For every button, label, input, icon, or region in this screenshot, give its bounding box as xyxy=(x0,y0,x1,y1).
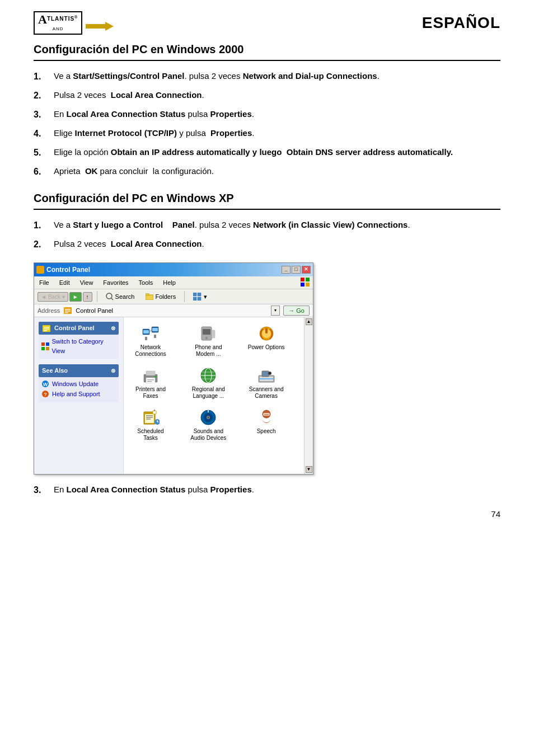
maximize-button[interactable]: □ xyxy=(292,266,301,274)
svg-rect-3 xyxy=(301,283,305,287)
menu-tools[interactable]: Tools xyxy=(137,278,155,288)
toolbar-separator-2 xyxy=(184,291,185,302)
network-connections-icon[interactable]: NetworkConnections xyxy=(128,322,173,360)
scheduled-tasks-icon[interactable]: ScheduledTasks xyxy=(128,406,173,444)
svg-line-6 xyxy=(111,298,113,300)
speech-icon[interactable]: Speech xyxy=(244,406,289,444)
sidebar-control-panel-section: Control Panel ⊗ xyxy=(39,322,119,359)
scroll-down-button[interactable]: ▼ xyxy=(306,466,312,473)
svg-rect-2 xyxy=(306,278,310,281)
printers-faxes-icon[interactable]: Printers andFaxes xyxy=(128,364,173,402)
svg-rect-20 xyxy=(44,330,47,331)
svg-marker-0 xyxy=(86,22,114,31)
see-also-collapse-btn[interactable]: ⊗ xyxy=(111,367,115,375)
svg-rect-58 xyxy=(263,372,268,376)
logo-arrow-icon xyxy=(86,21,114,31)
category-view-icon xyxy=(41,342,49,350)
window-body: Control Panel ⊗ xyxy=(34,317,313,474)
page-header: A TLANTIS® AND ESPAÑOL xyxy=(34,11,500,35)
svg-rect-32 xyxy=(152,328,158,331)
svg-rect-10 xyxy=(198,293,201,296)
sidebar-collapse-btn[interactable]: ⊗ xyxy=(111,324,115,332)
scrollbar[interactable]: ▲ ▼ xyxy=(304,317,313,474)
control-panel-screenshot: Control Panel _ □ ✕ File Edit View Favor… xyxy=(34,262,313,475)
control-panel-sidebar: Control Panel ⊗ xyxy=(34,317,124,474)
sidebar-cp-title: Control Panel xyxy=(42,323,95,333)
scanner-svg xyxy=(257,367,275,384)
phone-modem-icon[interactable]: Phone andModem ... xyxy=(186,322,231,360)
close-button[interactable]: ✕ xyxy=(302,266,311,274)
section-win2000-title: Configuración del PC en Windows 2000 xyxy=(34,41,500,61)
window-toolbar: ◄ Back ▾ ► ↑ Search Folders ▾ xyxy=(34,289,313,304)
speech-img-icon xyxy=(257,408,275,426)
switch-view-label: Switch to Category View xyxy=(52,337,116,355)
scroll-up-button[interactable]: ▲ xyxy=(306,318,312,325)
regional-language-label: Regional andLanguage ... xyxy=(192,386,225,400)
power-options-label: Power Options xyxy=(248,344,285,351)
regional-svg xyxy=(199,367,217,384)
scanners-cameras-icon[interactable]: Scanners andCameras xyxy=(244,364,289,402)
xp-step-1-num: 1. xyxy=(34,219,51,232)
win2000-steps: 1. Ve a Start/Settings/Control Panel. pu… xyxy=(34,70,500,179)
regional-icon xyxy=(199,367,217,384)
network-icon xyxy=(142,325,160,342)
logo-box: A TLANTIS® AND xyxy=(34,11,82,35)
forward-button[interactable]: ► xyxy=(69,292,82,302)
step-6-text: Aprieta OK para concluir la configuració… xyxy=(54,165,214,178)
step-1: 1. Ve a Start/Settings/Control Panel. pu… xyxy=(34,70,500,83)
step-2: 2. Pulsa 2 veces Local Area Connection. xyxy=(34,89,500,102)
minimize-button[interactable]: _ xyxy=(282,266,291,274)
menu-view[interactable]: View xyxy=(78,278,95,288)
switch-view-icon xyxy=(41,342,50,351)
window-controls[interactable]: _ □ ✕ xyxy=(282,266,311,274)
menu-help[interactable]: Help xyxy=(161,278,177,288)
address-value: Control Panel xyxy=(76,306,113,316)
speech-svg xyxy=(257,408,275,426)
back-button[interactable]: ◄ Back ▾ xyxy=(38,292,68,302)
folders-button[interactable]: Folders xyxy=(142,292,180,302)
svg-rect-19 xyxy=(44,328,49,330)
scheduled-tasks-label: ScheduledTasks xyxy=(137,428,163,442)
go-button[interactable]: → Go xyxy=(283,306,310,316)
printer-svg xyxy=(142,367,160,384)
menu-favorites[interactable]: Favorites xyxy=(101,278,130,288)
logo-tlantis: TLANTIS® xyxy=(47,15,78,22)
xp-step-2: 2. Pulsa 2 veces Local Area Connection. xyxy=(34,238,500,251)
tasks-icon xyxy=(142,408,160,426)
network-svg xyxy=(142,325,160,342)
scanner-icon xyxy=(257,367,275,384)
power-options-icon[interactable]: Power Options xyxy=(244,322,289,360)
icons-grid: NetworkConnections Phone andModem ... xyxy=(128,322,299,444)
help-support-icon: ? xyxy=(41,389,50,398)
sounds-audio-icon[interactable]: Sounds andAudio Devices xyxy=(186,406,231,444)
windows-update-label: Windows Update xyxy=(52,379,99,389)
switch-view-link[interactable]: Switch to Category View xyxy=(41,337,116,355)
help-support-link[interactable]: ? Help and Support xyxy=(41,389,116,399)
update-icon: W xyxy=(41,380,49,388)
menu-file[interactable]: File xyxy=(38,278,51,288)
regional-language-icon[interactable]: Regional andLanguage ... xyxy=(186,364,231,402)
sidebar-cp-icon xyxy=(42,324,51,333)
windows-update-icon: W xyxy=(41,379,50,388)
sounds-svg xyxy=(199,408,217,426)
view-button[interactable]: ▾ xyxy=(189,291,211,302)
step-3: 3. En Local Area Connection Status pulsa… xyxy=(34,108,500,121)
svg-rect-37 xyxy=(203,329,210,335)
see-also-content: W Windows Update ? Help and Support xyxy=(39,377,119,402)
step-1-num: 1. xyxy=(34,70,51,83)
up-button[interactable]: ↑ xyxy=(83,292,92,302)
windows-update-link[interactable]: W Windows Update xyxy=(41,379,116,389)
xp-step-1-text: Ve a Start y luego a Control Panel. puls… xyxy=(54,219,410,232)
address-dropdown[interactable]: ▾ xyxy=(271,306,280,316)
menu-edit[interactable]: Edit xyxy=(58,278,72,288)
svg-rect-15 xyxy=(65,311,71,312)
svg-rect-34 xyxy=(145,337,147,340)
winxp-steps-after-img: 3. En Local Area Connection Status pulsa… xyxy=(34,483,500,497)
svg-rect-44 xyxy=(146,371,155,375)
search-button[interactable]: Search xyxy=(102,291,139,302)
sidebar-cp-content: Switch to Category View xyxy=(39,335,119,359)
page-number: 74 xyxy=(34,508,500,521)
phone-modem-label: Phone andModem ... xyxy=(195,344,222,358)
step-5: 5. Elige la opción Obtain an IP address … xyxy=(34,146,500,159)
sidebar-cp-header: Control Panel ⊗ xyxy=(39,322,119,335)
